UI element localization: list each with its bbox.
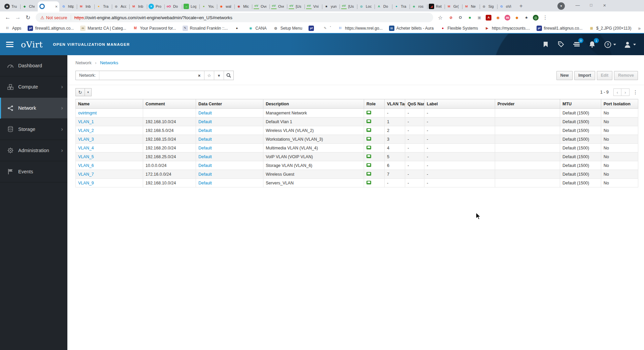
browser-tab[interactable]: ◢ Reb [427,1,445,11]
browser-tab[interactable]: oV [Us [287,1,304,11]
column-header[interactable]: Description [263,99,364,109]
action-button[interactable]: Edit [597,71,613,80]
table-row[interactable]: ovirtmgmt Default Management Network - -… [76,109,638,117]
table-row[interactable]: VLAN_4 192.168.20.0/24 Default Multimedi… [76,144,638,152]
data-center-link[interactable]: Default [198,172,212,177]
column-header[interactable]: Port Isolation [601,99,638,109]
browser-tab[interactable]: ◆ Che [20,1,38,11]
browser-tab[interactable]: M Inb [129,1,147,11]
bookmark-item[interactable]: ∷ https://www.nrel.go... [337,26,382,31]
prev-page-icon[interactable]: ‹ [613,89,621,96]
search-dropdown-caret-icon[interactable]: ▾ [214,71,224,80]
table-kebab-menu-icon[interactable]: ⋮ [633,89,638,95]
back-icon[interactable]: ← [3,14,13,21]
bookmark-item[interactable]: ● [234,26,242,31]
browser-tab[interactable]: ■ yun [322,1,340,11]
network-name-link[interactable]: VLAN_9 [78,181,94,185]
column-header[interactable]: QoS Name [405,99,424,109]
sidebar-item-storage[interactable]: Storage › [0,119,67,140]
new-tab-button[interactable]: + [517,2,525,10]
browser-tab[interactable]: oV Ove [269,1,287,11]
network-name-link[interactable]: VLAN_5 [78,154,94,159]
tab-search-icon[interactable]: ▾ [557,2,565,10]
bookmark-item[interactable]: pf firewall1.altignus.co... [537,26,583,31]
browser-tab[interactable]: G oVi [497,1,515,11]
extension-icon[interactable]: ★ [523,15,529,21]
column-header[interactable]: Comment [143,99,196,109]
bookmark-item[interactable]: ◉ CANA [248,26,266,31]
extension-icon[interactable]: m [505,15,510,21]
browser-tab[interactable]: ● Tra [94,1,112,11]
bookmark-item[interactable]: ▤ Acheter billets - Aura [389,26,434,31]
browser-menu-icon[interactable]: ⋮ [543,14,548,21]
extension-icon[interactable]: O [457,15,463,21]
data-center-link[interactable]: Default [198,154,212,159]
bookmark-item[interactable]: ▶ https://myaccounts.... [484,26,530,31]
bookmark-item[interactable]: ▦ $_2.JPG (200×113) [589,26,631,31]
network-name-link[interactable]: VLAN_4 [78,146,94,150]
network-name-link[interactable]: ovirtmgmt [78,111,97,115]
sidebar-item-dashboard[interactable]: Dashboard [0,55,67,76]
browser-tab[interactable]: M Gr( [445,1,462,11]
table-row[interactable]: VLAN_1 192.168.10.0/24 Default Default V… [76,117,638,126]
data-center-link[interactable]: Default [198,111,212,115]
help-icon[interactable]: ? [604,40,612,48]
table-row[interactable]: VLAN_7 172.16.0.0/24 Default Wireless Gu… [76,170,638,179]
network-name-link[interactable]: VLAN_6 [78,163,94,168]
extension-icon[interactable]: ▣ [476,15,482,21]
browser-tab[interactable]: → Log [182,1,199,11]
sidebar-item-events[interactable]: Events [0,161,67,182]
browser-tab[interactable]: oV [Us [340,1,357,11]
network-name-link[interactable]: VLAN_7 [78,172,94,177]
column-header[interactable]: Data Center [196,99,263,109]
bookmark-star-icon[interactable]: ☆ [438,14,443,21]
browser-tab[interactable]: M Ne [462,1,480,11]
browser-tab[interactable]: oV Ove [252,1,269,11]
extension-icon[interactable]: ◉ [495,15,501,21]
action-button[interactable]: Import [574,71,595,80]
browser-tab[interactable]: M Inb [77,1,94,11]
browser-tab[interactable]: ★ Tru [3,1,20,11]
network-name-link[interactable]: VLAN_3 [78,137,94,142]
tab-close-icon[interactable]: × [54,4,58,9]
browser-tab[interactable]: ◉ wal [217,1,234,11]
browser-tab[interactable]: ● You [199,1,217,11]
clear-search-icon[interactable]: × [194,71,204,80]
not-secure-warning-icon[interactable]: ⚠ [40,15,44,20]
column-header[interactable]: Label [424,99,495,109]
user-menu[interactable] [623,40,636,48]
action-button[interactable]: New [556,71,573,80]
browser-tab[interactable]: oV Vni [304,1,322,11]
browser-tab[interactable]: ◉ Mic [234,1,252,11]
data-center-link[interactable]: Default [198,146,212,150]
forward-icon[interactable]: → [13,14,23,21]
extension-icon[interactable]: ◍ [533,15,539,21]
breadcrumb-current-link[interactable]: Networks [100,60,118,65]
bookmark-item[interactable]: ● Flexible Systems [440,26,478,31]
browser-tab[interactable]: ◈ ros [410,1,427,11]
window-maximize-button[interactable]: □ [584,0,598,10]
column-header[interactable]: MTU [560,99,601,109]
next-page-icon[interactable]: › [621,89,630,96]
bookmarks-icon[interactable] [542,40,550,48]
alerts-bell-icon[interactable]: 1 [588,40,596,48]
column-header[interactable]: VLAN Tag [385,99,405,109]
bookmark-item[interactable]: ✎ Rosalind Franklin ::... [183,26,228,31]
tasks-icon[interactable]: 0 [573,40,581,48]
bookmark-item[interactable]: pf [309,26,316,31]
network-name-link[interactable]: VLAN_2 [78,128,94,133]
data-center-link[interactable]: Default [198,128,212,133]
extension-icon[interactable]: ■ [467,15,473,21]
table-row[interactable]: VLAN_2 192.168.5.0/24 Default Wireless V… [76,126,638,135]
bookmark-search-star-icon[interactable]: ☆ [204,71,214,80]
table-row[interactable]: VLAN_5 192.168.25.0/24 Default VoIP VLAN… [76,152,638,161]
url-field[interactable]: ⚠ Not secure https ://ovirt-engine.altig… [36,13,433,22]
sidebar-item-administration[interactable]: Administration › [0,140,67,161]
action-button[interactable]: Remove [614,71,638,80]
browser-tab[interactable]: × Pro [147,1,164,11]
browser-tab[interactable]: oO Do [164,1,182,11]
extension-icon[interactable]: ◆ [514,15,520,21]
table-row[interactable]: VLAN_9 192.168.10.0/24 Default Servers_V… [76,179,638,187]
bookmark-item[interactable]: M Your Password for... [133,26,176,31]
browser-tab[interactable]: G http [59,1,77,11]
